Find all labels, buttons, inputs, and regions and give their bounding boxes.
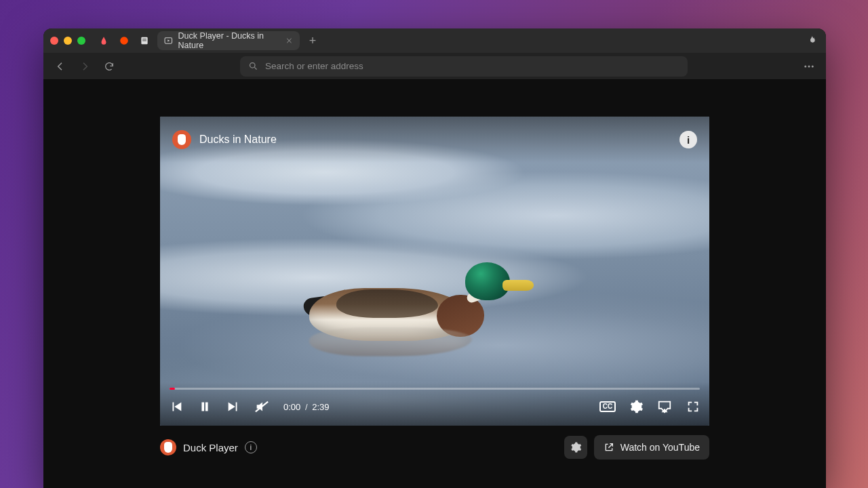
next-button[interactable] [224,397,243,416]
player-footer: Duck Player i Watch on YouTube [160,435,709,460]
duck-player-logo [160,439,176,455]
watch-on-youtube-label: Watch on YouTube [620,442,700,453]
video-header: Ducks in Nature i [160,117,709,163]
window-controls [50,37,85,45]
mute-button[interactable] [252,397,271,416]
svg-point-7 [808,65,810,67]
tab-title: Duck Player - Ducks in Nature [178,31,281,50]
forward-button[interactable] [76,58,94,75]
video-player[interactable]: Ducks in Nature i 0:00 / 2:39 [160,117,709,426]
pinned-tab-reddit[interactable] [117,33,132,48]
video-controls: 0:00 / 2:39 CC [160,382,709,426]
airplay-button[interactable] [655,397,674,416]
address-placeholder: Search or enter address [265,61,363,71]
captions-button[interactable]: CC [598,397,617,416]
video-title: Ducks in Nature [199,134,277,146]
overflow-menu-button[interactable] [800,58,818,75]
duck-player-info-button[interactable]: i [245,441,257,453]
video-frame-reflection [309,348,519,371]
svg-point-5 [250,63,256,68]
close-window-button[interactable] [50,37,58,45]
duration: 2:39 [312,402,329,412]
watch-on-youtube-button[interactable]: Watch on YouTube [594,435,709,460]
svg-rect-3 [142,40,146,41]
reload-button[interactable] [100,58,118,75]
zoom-window-button[interactable] [77,37,85,45]
progress-bar[interactable] [170,388,700,390]
pinned-tab-notes[interactable] [137,33,152,48]
toolbar: Search or enter address [43,53,826,80]
current-time: 0:00 [283,402,300,412]
player-settings-button[interactable] [564,436,587,459]
page-content: Ducks in Nature i 0:00 / 2:39 [43,80,826,488]
minimize-window-button[interactable] [64,37,72,45]
duck-player-label: Duck Player [183,442,238,453]
tab-strip: Duck Player - Ducks in Nature + [43,28,826,53]
svg-point-6 [804,65,806,67]
video-container: Ducks in Nature i 0:00 / 2:39 [160,117,709,460]
tab-active[interactable]: Duck Player - Ducks in Nature [157,31,300,50]
svg-point-8 [812,65,814,67]
svg-rect-2 [142,39,146,39]
channel-logo[interactable] [172,130,191,149]
external-link-icon [604,442,614,453]
address-bar[interactable]: Search or enter address [240,56,688,77]
pinned-tab-airbnb[interactable] [96,33,111,48]
browser-window: Duck Player - Ducks in Nature + Search o… [43,28,826,488]
back-button[interactable] [52,58,69,75]
fullscreen-button[interactable] [684,397,703,416]
new-tab-button[interactable]: + [305,33,320,48]
video-tab-icon [164,36,173,45]
search-icon [248,61,258,71]
settings-button[interactable] [627,397,646,416]
close-tab-icon[interactable] [285,37,293,45]
previous-button[interactable] [167,397,186,416]
svg-point-0 [120,37,128,45]
time-display: 0:00 / 2:39 [283,402,330,412]
pause-button[interactable] [195,397,214,416]
fire-button[interactable] [804,33,819,48]
video-info-button[interactable]: i [679,131,697,148]
